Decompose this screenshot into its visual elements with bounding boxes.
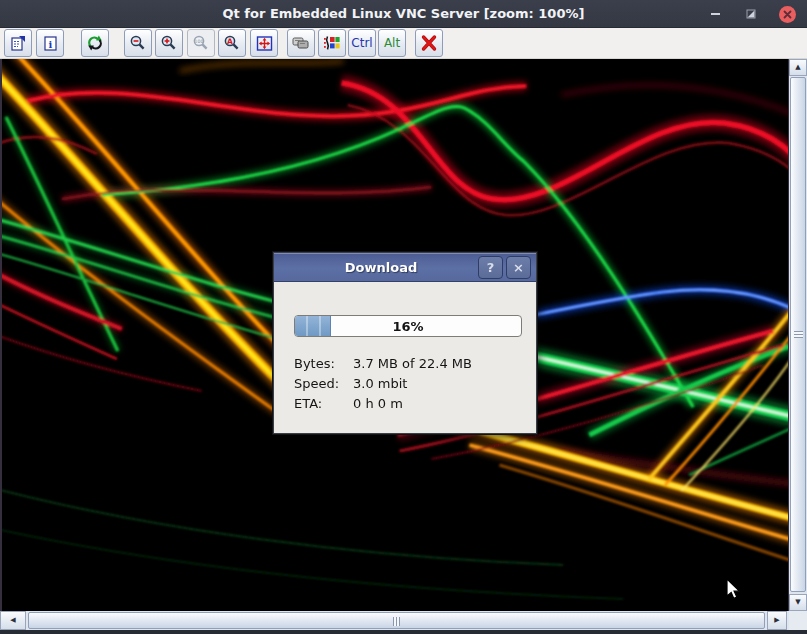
eta-value: 0 h 0 m: [353, 394, 403, 414]
alt-key-button[interactable]: Alt: [378, 29, 406, 57]
mouse-cursor: [725, 578, 743, 602]
scrollbar-corner: [789, 611, 807, 630]
refresh-icon: [86, 34, 104, 52]
stat-row-speed: Speed: 3.0 mbit: [294, 374, 526, 394]
scroll-right-button[interactable]: ▶: [767, 611, 787, 630]
restore-icon: [746, 9, 756, 19]
svg-text:i: i: [48, 38, 52, 49]
scroll-down-button[interactable]: ▼: [789, 594, 807, 611]
ctrl-key-button[interactable]: Ctrl: [348, 29, 376, 57]
ctrl-key-label: Ctrl: [351, 36, 372, 50]
restore-button[interactable]: [736, 0, 766, 28]
window-title: Qt for Embedded Linux VNC Server [zoom: …: [0, 0, 807, 28]
close-button[interactable]: [772, 0, 802, 28]
options-button[interactable]: [4, 29, 32, 57]
info-icon: i: [42, 35, 59, 52]
stat-row-eta: ETA: 0 h 0 m: [294, 394, 526, 414]
speed-value: 3.0 mbit: [353, 374, 407, 394]
send-keys-button[interactable]: [287, 29, 315, 57]
download-dialog-titlebar[interactable]: Download ? ×: [274, 253, 536, 282]
scroll-up-icon: ▲: [795, 64, 800, 71]
speed-label: Speed:: [294, 374, 353, 394]
download-stats: Bytes: 3.7 MB of 22.4 MB Speed: 3.0 mbit…: [294, 354, 526, 414]
thumb-grip: [794, 331, 803, 338]
viewport-frame: Download ? × 16% Bytes: 3.7 MB of 22.4 M…: [0, 59, 789, 611]
zoom-in-icon: [160, 34, 178, 52]
close-icon: [779, 6, 796, 23]
options-icon: [10, 35, 27, 52]
windows-key-icon: [323, 35, 341, 51]
window-bottom-border: [0, 630, 807, 634]
scroll-right-icon: ▶: [774, 617, 779, 624]
zoom-auto-button[interactable]: A: [218, 29, 246, 57]
svg-text:A: A: [227, 37, 233, 46]
scroll-left-button[interactable]: ◀: [0, 611, 26, 630]
minimize-button[interactable]: [700, 0, 730, 28]
keys-icon: [292, 35, 310, 51]
vertical-scrollbar[interactable]: ▲ ▼: [789, 59, 807, 611]
send-windows-key-button[interactable]: [318, 29, 346, 57]
scroll-left-icon: ◀: [10, 617, 15, 624]
fullscreen-icon: [256, 35, 273, 52]
horizontal-scrollbar-thumb[interactable]: [28, 612, 765, 629]
minimize-icon: [711, 13, 720, 15]
svg-text:100: 100: [195, 39, 204, 44]
progress-percent-label: 16%: [295, 316, 521, 337]
zoom-100-button: 100: [187, 29, 215, 57]
connection-info-button[interactable]: i: [36, 29, 64, 57]
zoom-100-icon: 100: [192, 34, 210, 52]
disconnect-button[interactable]: [415, 29, 443, 57]
disconnect-icon: [420, 34, 438, 52]
stat-row-bytes: Bytes: 3.7 MB of 22.4 MB: [294, 354, 526, 374]
zoom-out-button[interactable]: [124, 29, 152, 57]
dialog-help-button[interactable]: ?: [478, 256, 503, 279]
dialog-close-button[interactable]: ×: [506, 256, 531, 279]
zoom-auto-icon: A: [223, 34, 241, 52]
alt-key-label: Alt: [384, 36, 400, 50]
toolbar: i: [0, 28, 807, 59]
download-progress-bar: 16%: [294, 315, 522, 337]
vertical-scrollbar-thumb[interactable]: [790, 77, 806, 592]
scroll-down-icon: ▼: [795, 599, 800, 606]
vnc-viewer-window: Qt for Embedded Linux VNC Server [zoom: …: [0, 0, 807, 634]
remote-screen-viewport[interactable]: Download ? × 16% Bytes: 3.7 MB of 22.4 M…: [2, 59, 788, 611]
horizontal-scrollbar[interactable]: ◀ ▶: [0, 611, 789, 630]
help-icon: ?: [487, 260, 495, 275]
download-dialog-body: 16% Bytes: 3.7 MB of 22.4 MB Speed: 3.0 …: [274, 282, 536, 433]
bytes-value: 3.7 MB of 22.4 MB: [353, 354, 472, 374]
download-dialog-title: Download: [274, 253, 488, 282]
refresh-button[interactable]: [81, 29, 109, 57]
bytes-label: Bytes:: [294, 354, 353, 374]
download-dialog: Download ? × 16% Bytes: 3.7 MB of 22.4 M…: [273, 252, 537, 434]
fullscreen-button[interactable]: [250, 29, 278, 57]
zoom-in-button[interactable]: [155, 29, 183, 57]
zoom-out-icon: [129, 34, 147, 52]
scroll-up-button[interactable]: ▲: [789, 59, 807, 76]
thumb-grip: [393, 617, 400, 626]
eta-label: ETA:: [294, 394, 353, 414]
window-titlebar[interactable]: Qt for Embedded Linux VNC Server [zoom: …: [0, 0, 807, 28]
dialog-close-icon: ×: [513, 260, 524, 275]
